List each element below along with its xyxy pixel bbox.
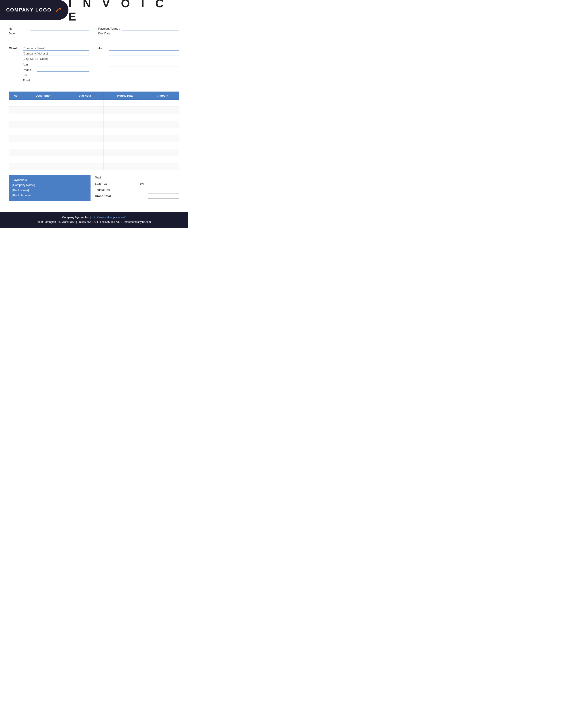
company-logo: COMPANY LOGO xyxy=(6,6,62,14)
header-title-block: I N V O I C E xyxy=(68,0,188,20)
footer-line-2: 8030 Harrington Rd, Miami, USA | Ph 555-… xyxy=(4,220,183,224)
client-fax-colon: : xyxy=(35,73,36,77)
client-fields: [Company Name] [Company Address] [City, … xyxy=(23,47,89,84)
table-row xyxy=(9,121,179,128)
table-row xyxy=(9,114,179,121)
table-row xyxy=(9,156,179,163)
client-attn-label: Attn xyxy=(23,63,34,66)
client-fax-label: Fax xyxy=(23,73,34,77)
table-header: No Description Total Hour Hourly Rate Am… xyxy=(9,92,179,100)
footer-website[interactable]: http://freewordtemplates.net/ xyxy=(92,216,125,219)
col-description: Description xyxy=(22,92,65,100)
col-amount: Amount xyxy=(147,92,179,100)
client-label-row: Client : [Company Name] [Company Address… xyxy=(9,47,89,84)
job-line-4[interactable] xyxy=(109,62,179,66)
no-label: No xyxy=(9,27,26,30)
header-logo-block: COMPANY LOGO xyxy=(0,0,68,20)
total-row: Total xyxy=(95,175,179,180)
fields-row-2: Date : Due Date : xyxy=(9,31,179,35)
due-date-colon: : xyxy=(117,32,118,35)
client-city-st-zip: [City, ST, ZIP Code] xyxy=(23,57,48,60)
due-date-label: Due Date xyxy=(98,32,116,35)
invoice-title: I N V O I C E xyxy=(68,0,179,23)
date-field-group: Date : xyxy=(9,31,89,35)
job-line-3[interactable] xyxy=(109,57,179,61)
table-header-row: No Description Total Hour Hourly Rate Am… xyxy=(9,92,179,100)
client-job-section: Client : [Company Name] [Company Address… xyxy=(0,42,188,87)
client-email-colon: : xyxy=(35,79,36,82)
table-row xyxy=(9,163,179,170)
state-tax-row: State Tax 3% xyxy=(95,181,179,186)
federal-tax-label: Federal Tax xyxy=(95,188,138,191)
grand-total-label: Grand Total xyxy=(95,194,138,198)
payment-terms-field-group: Payment Terms : xyxy=(98,26,179,30)
invoice-table: No Description Total Hour Hourly Rate Am… xyxy=(9,92,179,170)
total-label: Total xyxy=(95,176,138,179)
table-row xyxy=(9,149,179,156)
client-company-address-line[interactable]: [Company Address] xyxy=(23,52,89,56)
client-email-input[interactable] xyxy=(37,78,89,82)
job-line-2[interactable] xyxy=(109,52,179,56)
client-company-address: [Company Address] xyxy=(23,52,48,55)
date-label: Date xyxy=(9,32,26,35)
col-hourly-rate: Hourly Rate xyxy=(104,92,147,100)
no-colon: : xyxy=(27,27,28,30)
divider-1 xyxy=(9,40,179,40)
date-input-line[interactable] xyxy=(30,31,89,35)
payment-bank-name: [Bank Name] xyxy=(12,188,87,193)
no-field-group: No : xyxy=(9,26,89,30)
logo-label: COMPANY LOGO xyxy=(6,7,51,13)
due-date-input-line[interactable] xyxy=(119,31,179,35)
state-tax-label: State Tax xyxy=(95,182,138,185)
col-total-hour: Total Hour xyxy=(65,92,103,100)
client-attn-row: Attn : xyxy=(23,62,89,66)
table-row xyxy=(9,128,179,135)
payment-terms-colon: : xyxy=(119,27,120,30)
totals-block: Total State Tax 3% Federal Tax Grand Tot… xyxy=(95,175,179,199)
no-input-line[interactable] xyxy=(30,26,89,30)
client-fax-row: Fax : xyxy=(23,73,89,77)
grand-total-row: Grand Total xyxy=(95,193,179,199)
client-email-label: Email xyxy=(23,79,34,82)
client-label: Client : xyxy=(9,47,21,50)
payment-terms-label: Payment Terms xyxy=(98,27,118,30)
job-line-1[interactable] xyxy=(109,47,179,51)
client-company-name-line[interactable]: [Company Name] xyxy=(23,47,89,51)
logo-arc-icon xyxy=(54,6,62,14)
total-input-box[interactable] xyxy=(148,175,179,180)
state-tax-percent: 3% xyxy=(139,182,146,185)
payment-to-label: Payment to : xyxy=(12,177,87,182)
footer-company-info: Company System Inc. | xyxy=(62,216,91,219)
table-body xyxy=(9,100,179,170)
client-attn-input[interactable] xyxy=(37,62,89,66)
state-tax-input-box[interactable] xyxy=(148,181,179,186)
grand-total-input-box[interactable] xyxy=(148,193,179,199)
job-block: Job : xyxy=(98,47,179,85)
payment-block: Payment to : [Company Name] [Bank Name] … xyxy=(9,175,90,201)
footer-line-1: Company System Inc. | http://freewordtem… xyxy=(4,215,183,220)
client-phone-input[interactable] xyxy=(37,68,89,72)
footer: Company System Inc. | http://freewordtem… xyxy=(0,212,188,228)
table-row xyxy=(9,100,179,107)
due-date-field-group: Due Date : xyxy=(98,31,179,35)
job-fields xyxy=(109,47,179,68)
table-row xyxy=(9,135,179,142)
client-block: Client : [Company Name] [Company Address… xyxy=(9,47,89,85)
table-row xyxy=(9,142,179,149)
federal-tax-input-box[interactable] xyxy=(148,187,179,192)
client-phone-label: Phone xyxy=(23,68,34,71)
payment-bank-account: [Bank Account] xyxy=(12,193,87,198)
job-label-row: Job : xyxy=(98,47,179,68)
federal-tax-row: Federal Tax xyxy=(95,187,179,192)
fields-row-1: No : Payment Terms : xyxy=(9,26,179,30)
payment-terms-input-line[interactable] xyxy=(122,26,179,30)
client-city-st-zip-line[interactable]: [City, ST, ZIP Code] xyxy=(23,57,89,61)
payment-company-name: [Company Name] xyxy=(12,182,87,188)
client-attn-colon: : xyxy=(35,63,36,66)
invoice-table-section: No Description Total Hour Hourly Rate Am… xyxy=(0,87,188,173)
client-company-name: [Company Name] xyxy=(23,47,45,50)
client-email-row: Email : xyxy=(23,78,89,82)
client-fax-input[interactable] xyxy=(37,73,89,77)
bottom-section: Payment to : [Company Name] [Bank Name] … xyxy=(0,173,188,205)
date-colon: : xyxy=(27,32,28,35)
